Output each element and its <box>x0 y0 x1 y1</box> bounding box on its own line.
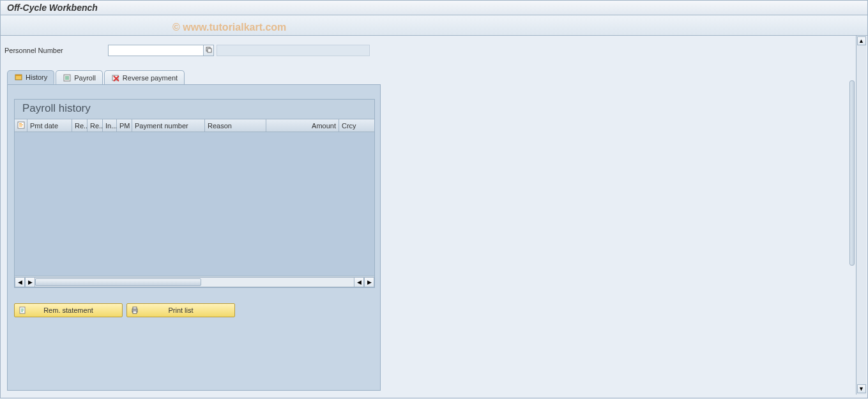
tab-reverse-payment[interactable]: Reverse payment <box>104 70 185 84</box>
grid-horizontal-scrollbar: ◀ ▶ ◀ ▶ <box>15 276 374 287</box>
column-header-reason[interactable]: Reason <box>205 119 266 132</box>
panel-heading: Payroll history <box>15 100 374 119</box>
grid-body <box>15 132 374 276</box>
print-icon <box>130 305 140 315</box>
action-buttons: Rem. statement Print list <box>14 303 374 317</box>
application-toolbar <box>0 15 868 36</box>
column-header-amount[interactable]: Amount <box>266 119 339 132</box>
document-icon <box>17 305 27 315</box>
scroll-right-inner-button[interactable]: ▶ <box>25 277 35 287</box>
svg-rect-13 <box>19 124 23 125</box>
page-title: Off-Cycle Workbench <box>7 3 98 13</box>
button-label: Print list <box>168 306 193 314</box>
scroll-left-end-button[interactable]: ◀ <box>354 277 364 287</box>
scroll-up-button[interactable]: ▲ <box>857 36 866 45</box>
tab-history[interactable]: History <box>7 70 54 84</box>
history-icon <box>14 73 23 82</box>
personnel-number-input[interactable] <box>108 45 204 56</box>
column-header-pm[interactable]: PM <box>117 119 132 132</box>
tab-label: Payroll <box>74 74 96 82</box>
column-header-re1[interactable]: Re... <box>72 119 88 132</box>
svg-rect-18 <box>133 311 137 313</box>
tab-label: History <box>26 73 47 81</box>
column-header-re2[interactable]: Re... <box>88 119 103 132</box>
column-header-pmt-date[interactable]: Pmt date <box>27 119 72 132</box>
grid-header: Pmt date Re... Re... In... PM Payment nu… <box>15 119 374 132</box>
tab-panel-history: Payroll history Pmt date Re... Re... In.… <box>7 84 381 391</box>
scroll-track[interactable] <box>35 277 354 287</box>
personnel-number-description <box>217 45 370 56</box>
tabstrip: History Payroll Reverse payment Payroll … <box>7 70 381 391</box>
personnel-number-label: Personnel Number <box>4 47 100 54</box>
tab-payroll[interactable]: Payroll <box>56 70 103 84</box>
personnel-number-input-group <box>108 45 370 56</box>
scroll-left-button[interactable]: ◀ <box>15 277 25 287</box>
svg-rect-17 <box>133 307 137 309</box>
payroll-icon <box>63 73 72 82</box>
payroll-history-grid: Pmt date Re... Re... In... PM Payment nu… <box>15 119 374 287</box>
scroll-right-button[interactable]: ▶ <box>364 277 374 287</box>
payroll-history-panel: Payroll history Pmt date Re... Re... In.… <box>14 99 375 288</box>
vertical-scrollbar: ▲ ▼ <box>856 36 866 395</box>
print-list-button[interactable]: Print list <box>126 303 235 317</box>
content-area: Personnel Number History P <box>0 36 868 398</box>
scroll-down-button[interactable]: ▼ <box>857 384 866 393</box>
svg-rect-1 <box>208 49 211 52</box>
svg-rect-14 <box>19 126 22 126</box>
personnel-number-row: Personnel Number <box>3 45 867 56</box>
column-header-in[interactable]: In... <box>103 119 117 132</box>
title-bar: Off-Cycle Workbench <box>0 0 868 15</box>
rem-statement-button[interactable]: Rem. statement <box>14 303 123 317</box>
column-header-payment-number[interactable]: Payment number <box>132 119 205 132</box>
tab-label: Reverse payment <box>123 74 178 82</box>
personnel-number-search-help-button[interactable] <box>204 45 214 56</box>
reverse-icon <box>111 73 120 82</box>
splitter-handle[interactable] <box>849 80 855 266</box>
column-selector[interactable] <box>15 119 27 132</box>
select-all-icon <box>17 121 26 131</box>
button-label: Rem. statement <box>43 306 93 314</box>
svg-rect-3 <box>15 75 22 76</box>
svg-rect-12 <box>19 123 22 124</box>
column-header-crcy[interactable]: Crcy <box>339 119 365 132</box>
search-help-icon <box>206 47 212 54</box>
scroll-thumb[interactable] <box>35 278 201 286</box>
tab-strip: History Payroll Reverse payment <box>7 70 381 84</box>
